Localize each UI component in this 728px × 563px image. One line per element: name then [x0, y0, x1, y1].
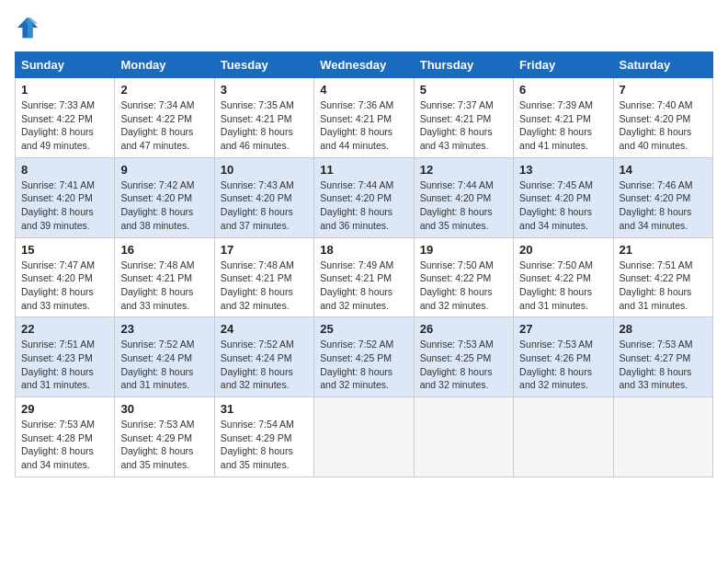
day-number: 8 [21, 163, 108, 177]
day-number: 10 [221, 163, 308, 177]
day-cell-23: 23 Sunrise: 7:52 AM Sunset: 4:24 PM Dayl… [115, 317, 214, 397]
day-info: Sunrise: 7:47 AM Sunset: 4:20 PM Dayligh… [21, 259, 108, 313]
day-cell-13: 13 Sunrise: 7:45 AM Sunset: 4:20 PM Dayl… [514, 157, 613, 237]
day-number: 9 [120, 163, 208, 177]
day-cell-4: 4 Sunrise: 7:36 AM Sunset: 4:21 PM Dayli… [314, 78, 414, 158]
day-number: 24 [221, 322, 308, 336]
day-cell-21: 21 Sunrise: 7:51 AM Sunset: 4:22 PM Dayl… [613, 237, 712, 317]
calendar-table: SundayMondayTuesdayWednesdayThursdayFrid… [15, 52, 713, 477]
day-info: Sunrise: 7:52 AM Sunset: 4:25 PM Dayligh… [320, 338, 407, 392]
day-cell-12: 12 Sunrise: 7:44 AM Sunset: 4:20 PM Dayl… [414, 157, 513, 237]
day-cell-18: 18 Sunrise: 7:49 AM Sunset: 4:21 PM Dayl… [314, 237, 414, 317]
day-number: 28 [620, 322, 707, 336]
day-number: 19 [420, 243, 507, 257]
day-cell-17: 17 Sunrise: 7:48 AM Sunset: 4:21 PM Dayl… [214, 237, 313, 317]
day-number: 31 [221, 402, 308, 416]
empty-cell [613, 397, 712, 477]
calendar-row-2: 8 Sunrise: 7:41 AM Sunset: 4:20 PM Dayli… [16, 157, 713, 237]
day-info: Sunrise: 7:44 AM Sunset: 4:20 PM Dayligh… [420, 178, 507, 233]
day-number: 18 [320, 243, 407, 257]
day-number: 14 [620, 163, 707, 177]
day-cell-11: 11 Sunrise: 7:44 AM Sunset: 4:20 PM Dayl… [314, 157, 414, 237]
day-cell-2: 2 Sunrise: 7:34 AM Sunset: 4:22 PM Dayli… [115, 78, 214, 158]
empty-cell [514, 397, 613, 477]
day-number: 26 [420, 322, 507, 336]
day-number: 5 [420, 83, 507, 97]
day-number: 6 [519, 83, 607, 97]
day-cell-25: 25 Sunrise: 7:52 AM Sunset: 4:25 PM Dayl… [314, 317, 414, 397]
day-cell-1: 1 Sunrise: 7:33 AM Sunset: 4:22 PM Dayli… [16, 78, 115, 158]
day-info: Sunrise: 7:43 AM Sunset: 4:20 PM Dayligh… [221, 178, 308, 233]
day-info: Sunrise: 7:35 AM Sunset: 4:21 PM Dayligh… [221, 98, 308, 153]
day-info: Sunrise: 7:42 AM Sunset: 4:20 PM Dayligh… [120, 178, 208, 233]
calendar-header-row: SundayMondayTuesdayWednesdayThursdayFrid… [16, 52, 713, 78]
day-info: Sunrise: 7:53 AM Sunset: 4:25 PM Dayligh… [420, 338, 507, 392]
day-number: 11 [320, 163, 407, 177]
day-cell-19: 19 Sunrise: 7:50 AM Sunset: 4:22 PM Dayl… [414, 237, 513, 317]
day-number: 20 [519, 243, 607, 257]
day-cell-20: 20 Sunrise: 7:50 AM Sunset: 4:22 PM Dayl… [514, 237, 613, 317]
day-number: 7 [620, 83, 707, 97]
day-info: Sunrise: 7:53 AM Sunset: 4:28 PM Dayligh… [21, 418, 108, 472]
day-number: 12 [420, 163, 507, 177]
day-info: Sunrise: 7:45 AM Sunset: 4:20 PM Dayligh… [519, 178, 607, 233]
day-info: Sunrise: 7:46 AM Sunset: 4:20 PM Dayligh… [620, 178, 707, 233]
header-sunday: Sunday [16, 52, 115, 78]
calendar-row-3: 15 Sunrise: 7:47 AM Sunset: 4:20 PM Dayl… [16, 237, 713, 317]
day-number: 3 [221, 83, 308, 97]
day-cell-5: 5 Sunrise: 7:37 AM Sunset: 4:21 PM Dayli… [414, 78, 513, 158]
day-cell-29: 29 Sunrise: 7:53 AM Sunset: 4:28 PM Dayl… [16, 397, 115, 477]
day-number: 1 [21, 83, 108, 97]
day-number: 2 [120, 83, 208, 97]
day-cell-28: 28 Sunrise: 7:53 AM Sunset: 4:27 PM Dayl… [613, 317, 712, 397]
day-number: 29 [21, 402, 108, 416]
day-info: Sunrise: 7:50 AM Sunset: 4:22 PM Dayligh… [420, 259, 507, 313]
day-info: Sunrise: 7:36 AM Sunset: 4:21 PM Dayligh… [320, 98, 407, 153]
header-tuesday: Tuesday [214, 52, 313, 78]
day-info: Sunrise: 7:44 AM Sunset: 4:20 PM Dayligh… [320, 178, 407, 233]
day-cell-22: 22 Sunrise: 7:51 AM Sunset: 4:23 PM Dayl… [16, 317, 115, 397]
calendar-row-4: 22 Sunrise: 7:51 AM Sunset: 4:23 PM Dayl… [16, 317, 713, 397]
header-saturday: Saturday [613, 52, 712, 78]
day-info: Sunrise: 7:37 AM Sunset: 4:21 PM Dayligh… [420, 98, 507, 153]
day-cell-15: 15 Sunrise: 7:47 AM Sunset: 4:20 PM Dayl… [16, 237, 115, 317]
day-number: 13 [519, 163, 607, 177]
day-number: 4 [320, 83, 407, 97]
header-thursday: Thursday [414, 52, 513, 78]
logo-icon [15, 15, 40, 40]
day-info: Sunrise: 7:34 AM Sunset: 4:22 PM Dayligh… [120, 98, 208, 153]
day-info: Sunrise: 7:51 AM Sunset: 4:23 PM Dayligh… [21, 338, 108, 392]
day-info: Sunrise: 7:51 AM Sunset: 4:22 PM Dayligh… [620, 259, 707, 313]
day-number: 23 [120, 322, 208, 336]
logo [15, 15, 44, 40]
day-info: Sunrise: 7:48 AM Sunset: 4:21 PM Dayligh… [120, 259, 208, 313]
day-number: 15 [21, 243, 108, 257]
day-cell-3: 3 Sunrise: 7:35 AM Sunset: 4:21 PM Dayli… [214, 78, 313, 158]
day-cell-14: 14 Sunrise: 7:46 AM Sunset: 4:20 PM Dayl… [613, 157, 712, 237]
day-cell-7: 7 Sunrise: 7:40 AM Sunset: 4:20 PM Dayli… [613, 78, 712, 158]
day-info: Sunrise: 7:48 AM Sunset: 4:21 PM Dayligh… [221, 259, 308, 313]
header-monday: Monday [115, 52, 214, 78]
day-number: 27 [519, 322, 607, 336]
day-cell-10: 10 Sunrise: 7:43 AM Sunset: 4:20 PM Dayl… [214, 157, 313, 237]
day-number: 25 [320, 322, 407, 336]
day-info: Sunrise: 7:54 AM Sunset: 4:29 PM Dayligh… [221, 418, 308, 472]
day-info: Sunrise: 7:40 AM Sunset: 4:20 PM Dayligh… [620, 98, 707, 153]
empty-cell [414, 397, 513, 477]
day-info: Sunrise: 7:52 AM Sunset: 4:24 PM Dayligh… [221, 338, 308, 392]
day-cell-31: 31 Sunrise: 7:54 AM Sunset: 4:29 PM Dayl… [214, 397, 313, 477]
day-info: Sunrise: 7:39 AM Sunset: 4:21 PM Dayligh… [519, 98, 607, 153]
day-info: Sunrise: 7:50 AM Sunset: 4:22 PM Dayligh… [519, 259, 607, 313]
page-header [15, 15, 713, 40]
day-info: Sunrise: 7:52 AM Sunset: 4:24 PM Dayligh… [120, 338, 208, 392]
calendar-row-5: 29 Sunrise: 7:53 AM Sunset: 4:28 PM Dayl… [16, 397, 713, 477]
day-info: Sunrise: 7:33 AM Sunset: 4:22 PM Dayligh… [21, 98, 108, 153]
day-info: Sunrise: 7:53 AM Sunset: 4:29 PM Dayligh… [120, 418, 208, 472]
day-number: 30 [120, 402, 208, 416]
day-number: 22 [21, 322, 108, 336]
day-cell-16: 16 Sunrise: 7:48 AM Sunset: 4:21 PM Dayl… [115, 237, 214, 317]
header-friday: Friday [514, 52, 613, 78]
day-number: 16 [120, 243, 208, 257]
day-info: Sunrise: 7:49 AM Sunset: 4:21 PM Dayligh… [320, 259, 407, 313]
day-cell-8: 8 Sunrise: 7:41 AM Sunset: 4:20 PM Dayli… [16, 157, 115, 237]
